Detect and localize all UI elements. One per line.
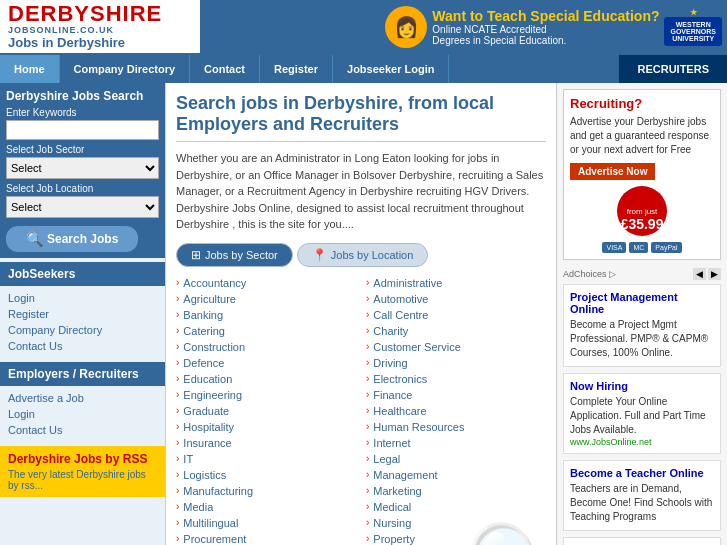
arrow-icon: › xyxy=(366,437,369,448)
rss-title: Derbyshire Jobs by RSS xyxy=(8,452,157,466)
category-item[interactable]: ›Property xyxy=(366,531,546,546)
keywords-input[interactable] xyxy=(6,120,159,140)
tab-sector[interactable]: ⊞ Jobs by Sector xyxy=(176,243,293,267)
sector-select[interactable]: Select xyxy=(6,157,159,179)
employers-contact[interactable]: Contact Us xyxy=(8,422,157,438)
logo-sub: JOBSONLINE.CO.UK xyxy=(8,25,192,35)
arrow-icon: › xyxy=(366,469,369,480)
content-wrapper: ›Accountancy›Agriculture›Banking›Caterin… xyxy=(176,275,546,546)
category-item[interactable]: ›Management xyxy=(366,467,546,483)
ad-box: Career Training College Hands-on Career xyxy=(563,537,721,545)
wgu-logo: WESTERN GOVERNORS UNIVERSITY xyxy=(664,17,722,46)
rss-text: The very latest Derbyshire jobs by rss..… xyxy=(8,469,157,491)
banner-title: Want to Teach Special Education? xyxy=(432,8,659,24)
category-item[interactable]: ›Banking xyxy=(176,307,356,323)
arrow-icon: › xyxy=(366,405,369,416)
category-item[interactable]: ›Engineering xyxy=(176,387,356,403)
category-item[interactable]: ›Multilingual xyxy=(176,515,356,531)
category-item[interactable]: ›Procurement xyxy=(176,531,356,546)
category-item[interactable]: ›Finance xyxy=(366,387,546,403)
jobseekers-register[interactable]: Register xyxy=(8,306,157,322)
ad-next-button[interactable]: ▶ xyxy=(708,268,721,280)
category-item[interactable]: ›Defence xyxy=(176,355,356,371)
category-item[interactable]: ›Medical xyxy=(366,499,546,515)
arrow-icon: › xyxy=(176,453,179,464)
arrow-icon: › xyxy=(176,405,179,416)
visa-icon: VISA xyxy=(602,242,626,253)
recruiters-button[interactable]: RECRUITERS xyxy=(619,55,727,83)
category-item[interactable]: ›Automotive xyxy=(366,291,546,307)
search-title: Derbyshire Jobs Search xyxy=(6,89,159,103)
tab-location[interactable]: 📍 Jobs by Location xyxy=(297,243,429,267)
category-item[interactable]: ›Catering xyxy=(176,323,356,339)
category-item[interactable]: ›Accountancy xyxy=(176,275,356,291)
jobseekers-contact[interactable]: Contact Us xyxy=(8,338,157,354)
banner-ad[interactable]: 👩 Want to Teach Special Education? Onlin… xyxy=(200,0,727,54)
recruiting-title: Recruiting? xyxy=(570,96,714,111)
category-item[interactable]: ›Hospitality xyxy=(176,419,356,435)
nav-company-directory[interactable]: Company Directory xyxy=(60,55,190,83)
keywords-label: Enter Keywords xyxy=(6,107,159,118)
price-amount: £35.99 xyxy=(621,216,664,232)
arrow-icon: › xyxy=(366,357,369,368)
employers-section-title: Employers / Recruiters xyxy=(0,362,165,386)
employers-advertise[interactable]: Advertise a Job xyxy=(8,390,157,406)
ad-title[interactable]: Project Management Online xyxy=(570,291,714,315)
category-item[interactable]: ›Manufacturing xyxy=(176,483,356,499)
category-item[interactable]: ›Construction xyxy=(176,339,356,355)
category-item[interactable]: ›Administrative xyxy=(366,275,546,291)
main-layout: Derbyshire Jobs Search Enter Keywords Se… xyxy=(0,83,727,545)
price-badge: from just £35.99 xyxy=(617,186,667,236)
jobseekers-company-directory[interactable]: Company Directory xyxy=(8,322,157,338)
mastercard-icon: MC xyxy=(629,242,648,253)
rss-section[interactable]: Derbyshire Jobs by RSS The very latest D… xyxy=(0,446,165,497)
jobseekers-login[interactable]: Login xyxy=(8,290,157,306)
category-item[interactable]: ›Logistics xyxy=(176,467,356,483)
advertise-now-button[interactable]: Advertise Now xyxy=(570,163,655,180)
category-item[interactable]: ›Legal xyxy=(366,451,546,467)
category-item[interactable]: ›IT xyxy=(176,451,356,467)
categories-grid: ›Accountancy›Agriculture›Banking›Caterin… xyxy=(176,275,546,546)
category-item[interactable]: ›Marketing xyxy=(366,483,546,499)
category-item[interactable]: ›Electronics xyxy=(366,371,546,387)
search-button[interactable]: 🔍 Search Jobs xyxy=(6,226,138,252)
arrow-icon: › xyxy=(176,533,179,544)
category-item[interactable]: ›Internet xyxy=(366,435,546,451)
nav-jobseeker-login[interactable]: Jobseeker Login xyxy=(333,55,449,83)
category-item[interactable]: ›Insurance xyxy=(176,435,356,451)
ad-title[interactable]: Become a Teacher Online xyxy=(570,467,714,479)
arrow-icon: › xyxy=(176,325,179,336)
employers-login[interactable]: Login xyxy=(8,406,157,422)
ad-prev-button[interactable]: ◀ xyxy=(693,268,706,280)
category-item[interactable]: ›Nursing xyxy=(366,515,546,531)
arrow-icon: › xyxy=(176,517,179,528)
category-item[interactable]: ›Call Centre xyxy=(366,307,546,323)
tabs: ⊞ Jobs by Sector 📍 Jobs by Location xyxy=(176,243,546,267)
arrow-icon: › xyxy=(366,309,369,320)
ad-box: Now Hiring Complete Your Online Applicat… xyxy=(563,373,721,454)
categories-right-col: ›Administrative›Automotive›Call Centre›C… xyxy=(366,275,546,546)
category-item[interactable]: ›Media xyxy=(176,499,356,515)
arrow-icon: › xyxy=(176,293,179,304)
arrow-icon: › xyxy=(366,453,369,464)
arrow-icon: › xyxy=(366,277,369,288)
banner-content: 👩 Want to Teach Special Education? Onlin… xyxy=(385,6,722,48)
nav-home[interactable]: Home xyxy=(0,55,60,83)
category-item[interactable]: ›Charity xyxy=(366,323,546,339)
category-item[interactable]: ›Customer Service xyxy=(366,339,546,355)
nav-register[interactable]: Register xyxy=(260,55,333,83)
category-item[interactable]: ›Education xyxy=(176,371,356,387)
category-item[interactable]: ›Agriculture xyxy=(176,291,356,307)
category-item[interactable]: ›Human Resources xyxy=(366,419,546,435)
logo-text: DERBYSHIRE xyxy=(8,3,192,25)
location-select[interactable]: Select xyxy=(6,196,159,218)
logo-area: DERBYSHIRE JOBSONLINE.CO.UK Jobs in Derb… xyxy=(0,0,200,55)
ad-title[interactable]: Now Hiring xyxy=(570,380,714,392)
arrow-icon: › xyxy=(366,501,369,512)
category-item[interactable]: ›Driving xyxy=(366,355,546,371)
sector-label: Select Job Sector xyxy=(6,144,159,155)
category-item[interactable]: ›Graduate xyxy=(176,403,356,419)
arrow-icon: › xyxy=(366,517,369,528)
nav-contact[interactable]: Contact xyxy=(190,55,260,83)
category-item[interactable]: ›Healthcare xyxy=(366,403,546,419)
